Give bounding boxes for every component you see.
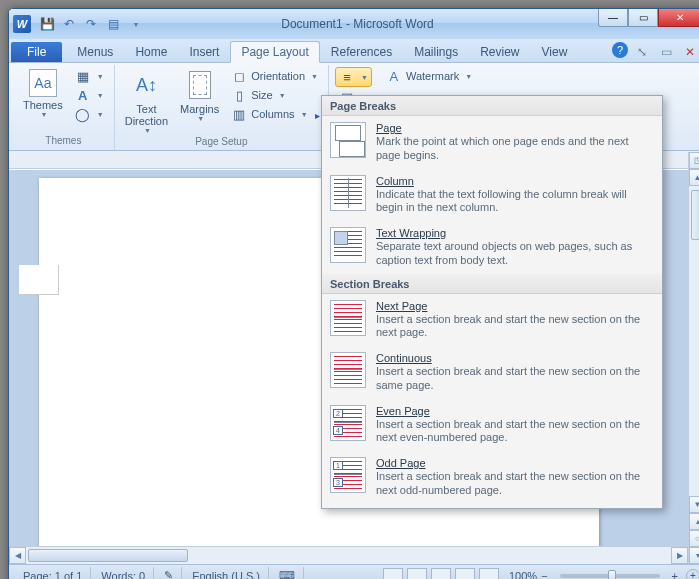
colors-icon: ▦ [75, 68, 91, 84]
group-label: Themes [19, 135, 108, 148]
orientation-icon: ◻ [231, 68, 247, 84]
language-indicator[interactable]: English (U.S.) [184, 567, 269, 580]
size-button[interactable]: ▯Size▼ [227, 86, 322, 104]
browse-object-icon[interactable]: ○ [689, 530, 699, 547]
section-continuous-item[interactable]: Continuous Insert a section break and st… [322, 346, 662, 399]
watermark-icon: A [386, 68, 402, 84]
item-title: Even Page [376, 405, 654, 417]
item-desc: Mark the point at which one page ends an… [376, 135, 654, 163]
fonts-icon: A [75, 87, 91, 103]
titlebar: W 💾 ↶ ↷ ▤ ▼ Document1 - Microsoft Word —… [9, 9, 699, 39]
save-icon[interactable]: 💾 [37, 14, 57, 34]
section-odd-page-item[interactable]: 1 3 Odd Page Insert a section break and … [322, 451, 662, 504]
break-column-item[interactable]: Column Indicate that the text following … [322, 169, 662, 222]
themes-label: Themes [23, 99, 63, 111]
item-desc: Insert a section break and start the new… [376, 313, 654, 341]
web-layout-view-icon[interactable] [431, 568, 451, 580]
item-desc: Insert a section break and start the new… [376, 418, 654, 446]
scroll-thumb[interactable] [691, 190, 699, 240]
insert-mode-icon[interactable]: ⌨ [271, 567, 304, 580]
file-tab[interactable]: File [11, 42, 62, 62]
ruler-toggle-icon[interactable]: ◳ [689, 152, 699, 169]
page-corner [19, 265, 59, 295]
watermark-button[interactable]: AWatermark▼ [382, 67, 476, 85]
next-page-icon[interactable]: ▾ [689, 547, 699, 564]
tab-menus[interactable]: Menus [66, 41, 124, 62]
item-title: Column [376, 175, 654, 187]
item-title: Odd Page [376, 457, 654, 469]
dropdown-section-header: Section Breaks [322, 274, 662, 294]
themes-icon: Aa [29, 69, 57, 97]
zoom-slider[interactable] [560, 574, 660, 578]
horizontal-scrollbar[interactable]: ◀ ▶ [9, 546, 688, 564]
even-page-section-icon: 2 4 [330, 405, 366, 441]
undo-icon[interactable]: ↶ [59, 14, 79, 34]
theme-effects-button[interactable]: ◯▼ [71, 105, 108, 123]
themes-button[interactable]: Aa Themes ▼ [19, 67, 67, 135]
group-label: Page Setup [121, 136, 322, 149]
columns-button[interactable]: ▥Columns▼ [227, 105, 322, 123]
close-button[interactable]: ✕ [658, 9, 699, 27]
scroll-thumb[interactable] [28, 549, 188, 562]
statusbar: Page: 1 of 1 Words: 0 ✎ English (U.S.) ⌨… [9, 564, 699, 579]
fullscreen-view-icon[interactable] [407, 568, 427, 580]
minimize-button[interactable]: — [598, 9, 628, 27]
text-direction-icon: A↕ [130, 69, 162, 101]
minimize-ribbon-icon[interactable]: ⤡ [632, 42, 652, 62]
prev-page-icon[interactable]: ▴ [689, 513, 699, 530]
breaks-icon: ≡ [339, 69, 355, 85]
word-count[interactable]: Words: 0 [93, 567, 154, 580]
zoom-out-button[interactable]: − [541, 570, 547, 580]
close-doc-icon[interactable]: ✕ [680, 42, 699, 62]
tab-home[interactable]: Home [124, 41, 178, 62]
break-page-item[interactable]: Page Mark the point at which one page en… [322, 116, 662, 169]
effects-icon: ◯ [75, 106, 91, 122]
print-layout-view-icon[interactable] [383, 568, 403, 580]
text-direction-label: TextDirection [125, 103, 168, 127]
restore-window-icon[interactable]: ▭ [656, 42, 676, 62]
group-themes: Aa Themes ▼ ▦▼ A▼ ◯▼ Themes [13, 65, 115, 150]
tab-page-layout[interactable]: Page Layout [230, 41, 319, 63]
page-indicator[interactable]: Page: 1 of 1 [15, 567, 91, 580]
qat-customize-icon[interactable]: ▼ [125, 14, 145, 34]
scroll-up-icon[interactable]: ▲ [689, 169, 699, 186]
app-window: W 💾 ↶ ↷ ▤ ▼ Document1 - Microsoft Word —… [8, 8, 699, 579]
zoom-fit-icon[interactable]: + [686, 569, 699, 580]
margins-button[interactable]: Margins ▼ [176, 67, 223, 136]
theme-fonts-button[interactable]: A▼ [71, 86, 108, 104]
draft-view-icon[interactable] [479, 568, 499, 580]
tab-view[interactable]: View [531, 41, 579, 62]
tab-references[interactable]: References [320, 41, 403, 62]
vertical-scrollbar[interactable]: ◳ ▲ ▼ ▴ ○ ▾ [688, 152, 699, 564]
zoom-thumb[interactable] [608, 570, 616, 580]
outline-view-icon[interactable] [455, 568, 475, 580]
scroll-down-icon[interactable]: ▼ [689, 496, 699, 513]
section-next-page-item[interactable]: ▸ Next Page Insert a section break and s… [322, 294, 662, 347]
columns-icon: ▥ [231, 106, 247, 122]
scroll-left-icon[interactable]: ◀ [9, 547, 26, 564]
help-icon[interactable]: ? [612, 42, 628, 58]
page-break-icon [330, 122, 366, 158]
zoom-in-button[interactable]: + [672, 570, 678, 580]
orientation-button[interactable]: ◻Orientation▼ [227, 67, 322, 85]
size-icon: ▯ [231, 87, 247, 103]
scroll-right-icon[interactable]: ▶ [671, 547, 688, 564]
item-title: Page [376, 122, 654, 134]
section-even-page-item[interactable]: 2 4 Even Page Insert a section break and… [322, 399, 662, 452]
break-text-wrapping-item[interactable]: Text Wrapping Separate text around objec… [322, 221, 662, 274]
tab-mailings[interactable]: Mailings [403, 41, 469, 62]
bullets-icon[interactable]: ▤ [103, 14, 123, 34]
tab-review[interactable]: Review [469, 41, 530, 62]
chevron-down-icon: ▼ [197, 115, 204, 122]
quick-access-toolbar: 💾 ↶ ↷ ▤ ▼ [37, 14, 145, 34]
text-direction-button[interactable]: A↕ TextDirection ▼ [121, 67, 172, 136]
tab-insert[interactable]: Insert [178, 41, 230, 62]
breaks-button[interactable]: ≡▼ [335, 67, 372, 87]
item-desc: Separate text around objects on web page… [376, 240, 654, 268]
zoom-level[interactable]: 100% [509, 570, 537, 580]
theme-colors-button[interactable]: ▦▼ [71, 67, 108, 85]
text-wrapping-break-icon [330, 227, 366, 263]
maximize-button[interactable]: ▭ [628, 9, 658, 27]
redo-icon[interactable]: ↷ [81, 14, 101, 34]
proofing-icon[interactable]: ✎ [156, 567, 182, 580]
